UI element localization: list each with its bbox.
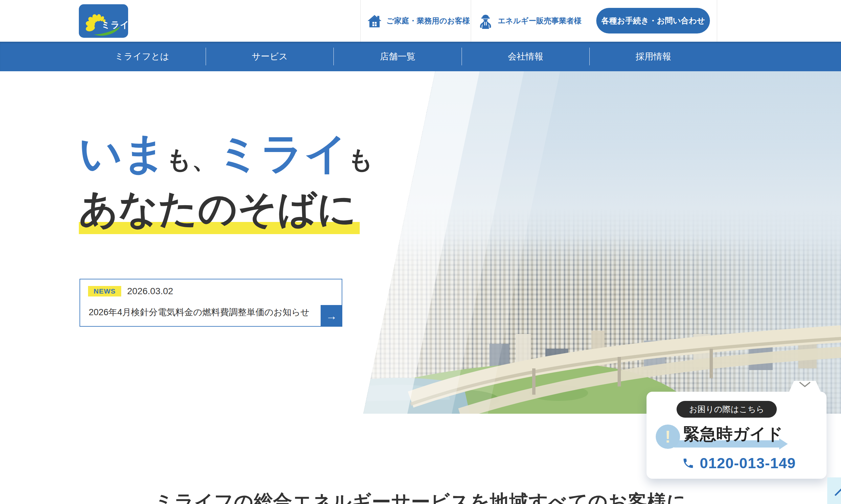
back-to-top-button[interactable] bbox=[827, 478, 841, 504]
emergency-badge: お困りの際はこちら bbox=[677, 401, 777, 418]
news-badge: NEWS bbox=[88, 286, 121, 296]
header-link-energy-vendors[interactable]: エネルギー販売事業者様 bbox=[478, 0, 581, 42]
emergency-phone-number: 0120-013-149 bbox=[700, 455, 796, 472]
nav-item-about[interactable]: ミライフとは bbox=[78, 42, 206, 71]
page: ミライフ ご家庭・業務用のお客様 bbox=[0, 0, 841, 504]
brand-logo-text: ミライフ bbox=[101, 20, 128, 30]
exclamation-icon: ! bbox=[656, 425, 680, 449]
nav-item-recruit[interactable]: 採用情報 bbox=[590, 42, 717, 71]
header-divider bbox=[361, 0, 361, 42]
header-link-label: エネルギー販売事業者様 bbox=[498, 16, 581, 26]
brand-logo-icon: ミライフ bbox=[79, 4, 128, 38]
hero-particle: も bbox=[348, 145, 373, 173]
hero-particle: も、 bbox=[166, 145, 217, 173]
hero-highlighted-text: あなたのそばに bbox=[79, 187, 360, 234]
emergency-guide-row[interactable]: ! 緊急時ガイド bbox=[656, 423, 817, 451]
hero-headline: いまも、ミライも あなたのそばに bbox=[79, 132, 373, 228]
emergency-widget: お困りの際はこちら ! 緊急時ガイド 0120-013-149 bbox=[647, 392, 826, 479]
house-icon bbox=[367, 14, 382, 28]
header-link-residential[interactable]: ご家庭・業務用のお客様 bbox=[367, 0, 470, 42]
chevron-down-icon bbox=[798, 381, 812, 388]
site-header: ミライフ ご家庭・業務用のお客様 bbox=[0, 0, 841, 42]
header-divider bbox=[717, 0, 717, 42]
cityscape-photo bbox=[361, 71, 841, 414]
hero-headline-line2: あなたのそばに bbox=[79, 189, 373, 228]
exclamation-glyph: ! bbox=[665, 428, 670, 445]
main-nav: ミライフとは サービス 店舗一覧 会社情報 採用情報 bbox=[0, 42, 841, 71]
widget-collapse-tab[interactable] bbox=[789, 381, 821, 392]
hero-word-future: ミライ bbox=[217, 129, 348, 177]
chevron-up-icon bbox=[832, 486, 841, 498]
news-card[interactable]: NEWS 2026.03.02 2026年4月検針分電気料金の燃料費調整単価のお… bbox=[80, 279, 342, 327]
brand-logo[interactable]: ミライフ bbox=[79, 4, 128, 38]
hero-section: いまも、ミライも あなたのそばに NEWS 2026.03.02 2026年4月… bbox=[0, 71, 841, 414]
emergency-guide-title: 緊急時ガイド bbox=[683, 423, 783, 445]
news-meta-row: NEWS 2026.03.02 bbox=[88, 286, 173, 296]
emergency-phone-link[interactable]: 0120-013-149 bbox=[682, 455, 796, 472]
header-link-label: ご家庭・業務用のお客様 bbox=[386, 16, 470, 26]
hero-headline-line1: いまも、ミライも bbox=[79, 132, 373, 175]
nav-row: ミライフとは サービス 店舗一覧 会社情報 採用情報 bbox=[78, 42, 717, 71]
hero-word-now: いま bbox=[79, 129, 166, 177]
worker-icon bbox=[478, 13, 493, 29]
news-title: 2026年4月検針分電気料金の燃料費調整単価のお知らせ bbox=[89, 306, 310, 318]
phone-icon bbox=[682, 457, 695, 469]
nav-item-company[interactable]: 会社情報 bbox=[462, 42, 589, 71]
news-arrow-button[interactable]: → bbox=[321, 305, 342, 327]
news-date: 2026.03.02 bbox=[127, 286, 173, 296]
section-heading: ミライフの総合エネルギーサービスを地域すべてのお客様に bbox=[0, 489, 841, 504]
contact-cta-button[interactable]: 各種お手続き・お問い合わせ bbox=[596, 8, 710, 34]
nav-item-stores[interactable]: 店舗一覧 bbox=[334, 42, 461, 71]
header-divider bbox=[471, 0, 471, 42]
nav-item-services[interactable]: サービス bbox=[206, 42, 333, 71]
